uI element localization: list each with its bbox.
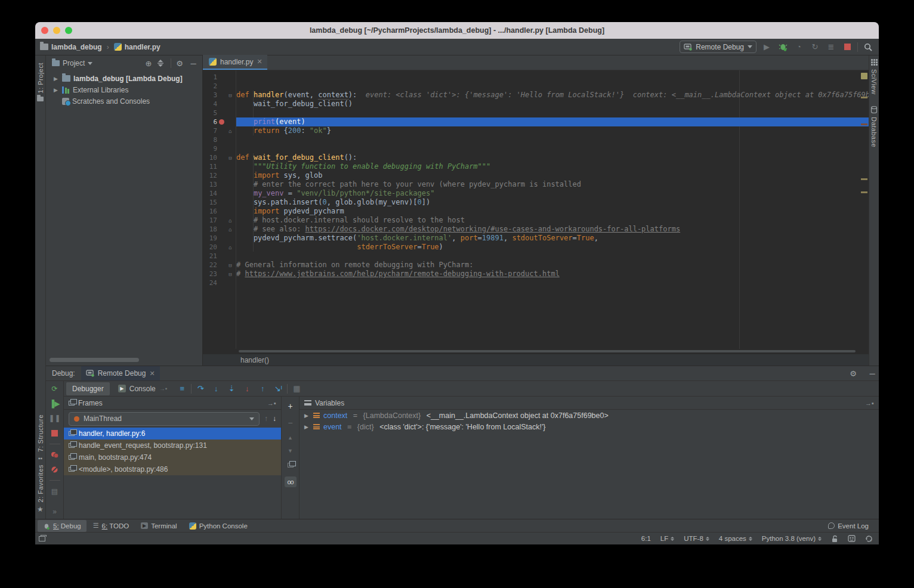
fold-marker-icon[interactable]: ⌂	[226, 218, 234, 224]
step-out-button[interactable]: ↑	[256, 384, 269, 393]
resume-button[interactable]: ▐▶	[50, 399, 60, 408]
show-execution-point-button[interactable]: ≡	[175, 384, 189, 393]
add-watch-button[interactable]: +	[288, 401, 292, 411]
variable-row[interactable]: ▶context = {LambdaContext} <__main__.Lam…	[299, 410, 879, 421]
line-ending-select[interactable]: LF	[660, 535, 674, 542]
fold-marker-icon[interactable]: ⊟	[226, 271, 234, 277]
lock-icon[interactable]	[831, 535, 838, 543]
tab-console[interactable]: ▶ Console →▪	[112, 382, 174, 395]
tool-window-debug[interactable]: 5: Debug	[38, 520, 87, 532]
run-with-config-button[interactable]: ≣	[825, 41, 837, 53]
stack-frame-row[interactable]: handler, handler.py:6	[64, 428, 281, 440]
stop-button[interactable]	[841, 41, 853, 53]
interpreter-select[interactable]: Python 3.8 (venv)	[762, 535, 822, 542]
update-info-icon[interactable]: ?	[865, 535, 873, 543]
more-options-button[interactable]: »	[50, 507, 60, 516]
breakpoint-icon[interactable]	[217, 119, 226, 125]
hide-panel-button[interactable]: ─	[188, 59, 199, 68]
expand-arrow-icon[interactable]: ▶	[54, 76, 59, 82]
restore-layout-button[interactable]: ▤	[50, 487, 60, 496]
indent-select[interactable]: 4 spaces	[719, 535, 752, 542]
code-text[interactable]: def handler(event, context): event: <cla…	[236, 70, 869, 349]
stack-frame-row[interactable]: <module>, bootstrap.py:486	[64, 463, 281, 475]
breadcrumb-project[interactable]: lambda_debug	[51, 43, 102, 51]
tool-tab-structure[interactable]: 7: Structure	[37, 414, 44, 452]
tree-item[interactable]: ▶External Libraries	[46, 84, 202, 95]
rerun-button[interactable]: ⟳	[50, 384, 60, 394]
step-over-button[interactable]: ↷	[194, 384, 207, 393]
editor-horizontal-scrollbar[interactable]	[203, 349, 869, 354]
fold-marker-icon[interactable]: ⌂	[226, 245, 234, 250]
close-icon[interactable]: ✕	[149, 370, 155, 377]
tool-tab-favorites[interactable]: 2: Favorites	[37, 465, 44, 502]
fold-marker-icon[interactable]: ⌂	[226, 227, 234, 233]
close-window-button[interactable]	[41, 27, 48, 34]
profile-button[interactable]: ◔	[793, 41, 805, 53]
jump-to-source-icon[interactable]: →▪	[267, 400, 276, 407]
editor-tab-handler[interactable]: handler.py ✕	[203, 55, 267, 70]
show-watches-button[interactable]: oo	[285, 476, 297, 487]
close-icon[interactable]: ✕	[257, 58, 262, 66]
tool-window-terminal[interactable]: ▶ Terminal	[135, 520, 182, 532]
tree-item[interactable]: ▶lambda_debug [Lambda Debug]	[46, 73, 202, 84]
run-configuration-select[interactable]: Remote Debug	[680, 41, 756, 53]
previous-frame-button[interactable]: ↑	[264, 414, 268, 423]
tool-window-todo[interactable]: ☰ 6: TODO	[88, 520, 134, 532]
duplicate-watch-button[interactable]	[288, 461, 294, 469]
step-into-my-code-button[interactable]: ⇣	[225, 384, 238, 393]
tool-tab-project[interactable]: 1: Project	[37, 63, 44, 93]
theme-icon[interactable]	[848, 535, 856, 542]
gear-icon[interactable]: ⚙	[174, 59, 185, 68]
debug-session-tab[interactable]: Remote Debug ✕	[81, 366, 160, 380]
thread-select[interactable]: MainThread	[69, 412, 260, 426]
run-to-cursor-button[interactable]: ↘ᴵ	[271, 384, 285, 393]
project-panel-title[interactable]: Project	[63, 59, 85, 67]
remove-watch-button[interactable]: −	[288, 418, 292, 428]
tab-debugger[interactable]: Debugger	[66, 382, 110, 395]
run-button[interactable]: ▶	[761, 41, 773, 53]
mute-breakpoints-button[interactable]	[50, 465, 60, 475]
debug-button[interactable]	[777, 41, 789, 53]
move-down-button[interactable]: ▼	[288, 448, 293, 454]
zoom-window-button[interactable]	[65, 27, 72, 34]
breadcrumb[interactable]: lambda_debug › handler.py	[40, 43, 160, 51]
expand-arrow-icon[interactable]: ▶	[54, 87, 59, 93]
stack-frame-row[interactable]: handle_event_request, bootstrap.py:131	[64, 440, 281, 451]
inspection-status-icon[interactable]	[861, 73, 867, 79]
caret-position[interactable]: 6:1	[641, 535, 651, 542]
view-as-table-button[interactable]: ▦	[290, 384, 303, 393]
tool-tab-sciview[interactable]: SciView	[870, 69, 878, 94]
stop-button[interactable]	[50, 428, 60, 438]
tool-window-python-console[interactable]: Python Console	[184, 520, 253, 532]
error-stripe[interactable]	[860, 70, 869, 349]
stack-frame-row[interactable]: main, bootstrap.py:474	[64, 451, 281, 463]
view-breakpoints-button[interactable]	[50, 450, 60, 460]
tool-tab-database[interactable]: Database	[870, 117, 878, 147]
editor-gutter[interactable]: 123⊟4567⌂8910⊟11121314151617⌂18⌂1920⌂212…	[203, 70, 236, 349]
search-everywhere-button[interactable]	[862, 41, 874, 53]
minimize-window-button[interactable]	[53, 27, 60, 34]
chevron-down-icon[interactable]	[88, 62, 92, 65]
next-frame-button[interactable]: ↓	[273, 414, 276, 423]
breadcrumb-file[interactable]: handler.py	[125, 43, 160, 51]
expand-arrow-icon[interactable]: ▶	[304, 424, 310, 430]
gear-icon[interactable]: ⚙	[847, 369, 860, 378]
encoding-select[interactable]: UTF-8	[684, 535, 709, 542]
step-into-button[interactable]: ↓	[209, 384, 223, 393]
event-log-button[interactable]: Event Log	[823, 520, 874, 532]
code-area[interactable]: 123⊟4567⌂8910⊟11121314151617⌂18⌂1920⌂212…	[203, 70, 869, 349]
tree-item[interactable]: Scratches and Consoles	[46, 95, 202, 107]
editor-breadcrumbs[interactable]: handler()	[203, 354, 869, 366]
collapse-all-button[interactable]	[157, 60, 168, 67]
fold-marker-icon[interactable]: ⊟	[226, 155, 234, 161]
variable-row[interactable]: ▶event = {dict} <class 'dict'>: {'messag…	[299, 421, 879, 432]
locate-file-button[interactable]: ⊕	[143, 59, 154, 68]
move-up-button[interactable]: ▲	[288, 435, 293, 441]
force-step-into-button[interactable]: ↓	[240, 384, 254, 393]
fold-marker-icon[interactable]: ⊟	[226, 262, 234, 268]
project-horizontal-scrollbar[interactable]	[50, 358, 139, 362]
jump-to-source-icon[interactable]: →▪	[865, 400, 874, 407]
expand-arrow-icon[interactable]: ▶	[304, 413, 310, 419]
pause-button[interactable]: ❚❚	[50, 414, 60, 423]
fold-marker-icon[interactable]: ⌂	[226, 128, 234, 134]
